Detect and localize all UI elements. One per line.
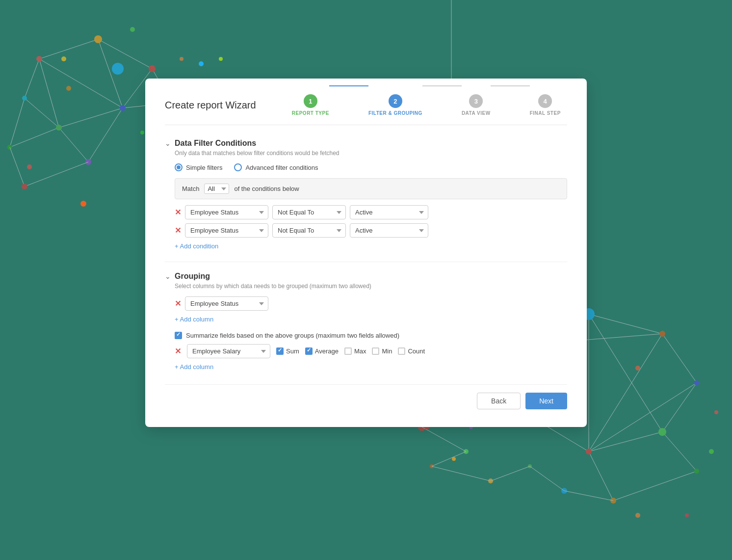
delete-condition-2-button[interactable]: ✕ <box>175 227 181 235</box>
svg-line-12 <box>88 108 123 162</box>
min-checkbox[interactable] <box>372 347 379 355</box>
step-4-circle: 4 <box>538 94 552 108</box>
advanced-filters-radio[interactable] <box>234 163 242 171</box>
svg-point-66 <box>430 464 434 468</box>
svg-line-78 <box>432 466 491 481</box>
svg-point-17 <box>149 65 156 72</box>
grouping-toggle[interactable]: ⌄ <box>165 272 171 280</box>
step-1[interactable]: 1 REPORT TYPE <box>292 94 329 116</box>
step-connector-2 <box>422 85 462 86</box>
svg-line-8 <box>25 59 39 98</box>
back-button[interactable]: Back <box>477 393 521 409</box>
data-filter-section: ⌄ Data Filter Conditions Only data that … <box>165 139 567 252</box>
max-checkbox[interactable] <box>344 347 352 355</box>
advanced-filters-label[interactable]: Advanced filter conditions <box>234 163 318 171</box>
min-label: Min <box>382 347 392 355</box>
sum-checkbox-label[interactable]: Sum <box>276 347 299 355</box>
step-4[interactable]: 4 FINAL STEP <box>530 94 561 116</box>
svg-line-81 <box>564 491 613 501</box>
condition-row-2: ✕ Employee Status Employee Salary Depart… <box>175 223 567 238</box>
wizard-footer: Back Next <box>165 384 567 409</box>
condition-1-field-select[interactable]: Employee Status Employee Salary Departme… <box>185 205 268 219</box>
svg-point-55 <box>586 449 592 454</box>
count-checkbox-label[interactable]: Count <box>398 347 425 355</box>
wizard-header: Create report Wizard 1 REPORT TYPE 2 FIL… <box>165 94 567 125</box>
count-checkbox[interactable] <box>398 347 405 355</box>
add-summarize-column-link[interactable]: + Add column <box>175 363 213 371</box>
grouping-row: ✕ Employee Status Employee Salary Depart… <box>175 296 567 311</box>
step-2-label: FILTER & GROUPING <box>368 110 422 116</box>
add-group-column-link[interactable]: + Add column <box>175 316 213 323</box>
svg-point-16 <box>94 35 102 43</box>
add-condition-link[interactable]: + Add condition <box>175 242 218 250</box>
step-connector-1 <box>329 85 368 86</box>
condition-1-value-select[interactable]: Active Inactive Pending <box>350 205 428 219</box>
delete-summarize-field-button[interactable]: ✕ <box>175 347 181 355</box>
svg-line-3 <box>59 108 123 128</box>
simple-filters-radio[interactable] <box>175 163 183 171</box>
svg-point-15 <box>36 56 42 62</box>
simple-filters-label[interactable]: Simple filters <box>175 163 222 171</box>
svg-point-34 <box>180 57 183 61</box>
svg-line-4 <box>39 59 59 128</box>
svg-point-52 <box>659 331 665 337</box>
next-button[interactable]: Next <box>525 393 567 409</box>
svg-point-19 <box>56 125 62 131</box>
svg-point-32 <box>61 56 66 61</box>
svg-point-54 <box>658 428 666 436</box>
step-1-wrapper: 1 REPORT TYPE <box>292 94 368 116</box>
summarize-field-select[interactable]: Employee Salary Employee Status <box>187 344 270 358</box>
svg-point-84 <box>80 201 86 207</box>
svg-line-47 <box>662 432 697 471</box>
condition-2-field-select[interactable]: Employee Status Employee Salary Departme… <box>185 223 268 238</box>
step-connector-3 <box>491 85 530 86</box>
sum-checkbox[interactable] <box>276 347 284 355</box>
svg-line-29 <box>10 147 25 187</box>
svg-line-5 <box>39 59 123 108</box>
sum-label: Sum <box>286 347 299 355</box>
condition-2-operator-select[interactable]: Not Equal To Equal To Greater Than Less … <box>272 223 346 238</box>
data-filter-toggle[interactable]: ⌄ <box>165 139 171 147</box>
svg-point-24 <box>112 63 124 75</box>
svg-line-11 <box>59 128 88 162</box>
summarize-fields-row: ✕ Employee Salary Employee Status Sum Av… <box>175 344 567 358</box>
delete-group-field-button[interactable]: ✕ <box>175 300 181 308</box>
svg-point-53 <box>694 380 699 385</box>
group-field-select[interactable]: Employee Status Employee Salary Departme… <box>185 296 268 311</box>
svg-line-79 <box>491 466 530 481</box>
condition-1-operator-select[interactable]: Not Equal To Equal To Greater Than Less … <box>272 205 346 219</box>
svg-point-62 <box>714 410 718 414</box>
step-3[interactable]: 3 DATA VIEW <box>462 94 491 116</box>
svg-point-23 <box>7 145 12 150</box>
svg-point-20 <box>22 96 27 101</box>
svg-line-37 <box>662 334 697 383</box>
svg-point-65 <box>464 449 469 454</box>
step-2[interactable]: 2 FILTER & GROUPING <box>368 94 422 116</box>
svg-point-33 <box>130 27 135 32</box>
svg-line-46 <box>589 383 697 452</box>
average-checkbox[interactable] <box>305 347 313 355</box>
svg-line-30 <box>25 162 88 187</box>
min-checkbox-label[interactable]: Min <box>372 347 392 355</box>
match-suffix: of the conditions below <box>234 185 299 192</box>
average-checkbox-label[interactable]: Average <box>305 347 339 355</box>
summarize-checkbox[interactable] <box>175 332 182 339</box>
data-filter-desc: Only data that matches below filter cond… <box>175 150 567 157</box>
max-checkbox-label[interactable]: Max <box>344 347 366 355</box>
svg-point-88 <box>452 457 456 461</box>
svg-line-80 <box>530 466 564 491</box>
wizard-title: Create report Wizard <box>165 100 256 111</box>
svg-line-76 <box>422 427 466 452</box>
svg-line-42 <box>589 314 662 432</box>
grouping-desc: Select columns by which data needs to be… <box>175 283 567 290</box>
svg-line-77 <box>432 452 466 466</box>
svg-point-73 <box>709 449 714 454</box>
delete-condition-1-button[interactable]: ✕ <box>175 209 181 216</box>
summarize-label: Summarize fields based on the above grou… <box>186 332 399 339</box>
step-3-label: DATA VIEW <box>462 110 491 116</box>
step-3-wrapper: 3 DATA VIEW <box>462 94 530 116</box>
filter-type-radio-group: Simple filters Advanced filter condition… <box>175 163 567 171</box>
match-select[interactable]: All Any <box>204 184 229 194</box>
grouping-title: Grouping <box>175 272 210 281</box>
condition-2-value-select[interactable]: Active Inactive Pending <box>350 223 428 238</box>
